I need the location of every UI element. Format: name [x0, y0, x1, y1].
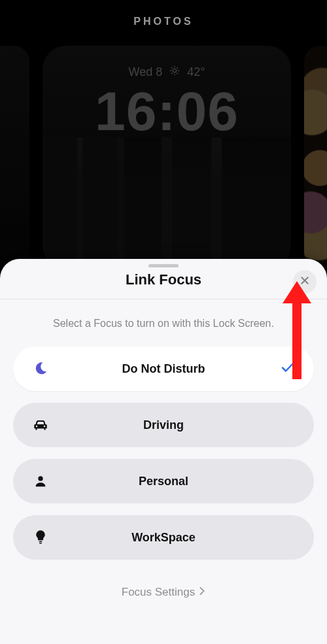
link-focus-sheet: Link Focus Select a Focus to turn on wit…	[0, 259, 327, 644]
sheet-subtitle: Select a Focus to turn on with this Lock…	[0, 299, 327, 347]
focus-label: Personal	[13, 475, 314, 488]
focus-item-dnd[interactable]: Do Not Disturb	[13, 347, 314, 391]
sheet-grabber[interactable]	[148, 264, 179, 267]
focus-settings-link[interactable]: Focus Settings	[0, 586, 327, 599]
focus-list: Do Not Disturb Driving Personal WorkSpac…	[0, 347, 327, 560]
close-icon	[300, 275, 310, 288]
focus-item-driving[interactable]: Driving	[13, 403, 314, 447]
focus-label: WorkSpace	[13, 531, 314, 545]
chevron-right-icon	[199, 586, 205, 599]
focus-item-personal[interactable]: Personal	[13, 459, 314, 503]
sheet-header: Link Focus	[0, 271, 327, 299]
focus-label: Driving	[13, 418, 314, 432]
dim-overlay	[0, 0, 327, 288]
focus-settings-label: Focus Settings	[122, 586, 195, 599]
focus-label: Do Not Disturb	[13, 362, 314, 376]
wallpaper-editor-background: PHOTOS Wed 8 42° 16:06 40%	[0, 0, 327, 288]
close-button[interactable]	[293, 270, 317, 294]
sheet-title: Link Focus	[13, 271, 314, 288]
focus-item-workspace[interactable]: WorkSpace	[13, 515, 314, 560]
